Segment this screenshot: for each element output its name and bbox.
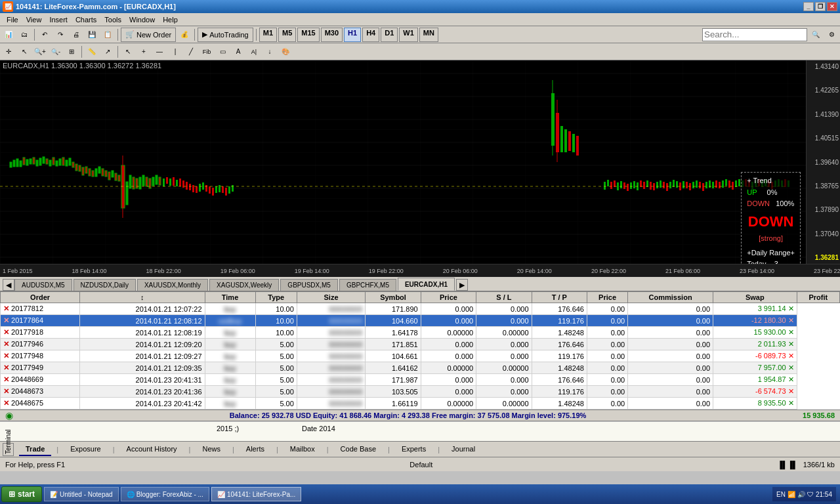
chart-tab-left-arrow[interactable]: ◀ [3,279,14,291]
chart-tab-2[interactable]: XAUUSDX,Monthly [137,279,208,291]
close-button[interactable]: ✕ [827,2,837,11]
chart-tab-6[interactable]: EURCADX,H1 [398,278,455,291]
rect-btn[interactable]: ▭ [215,45,230,59]
search-button[interactable]: 🔍 [808,28,823,42]
price-3: 1.41390 [808,111,839,118]
table-row[interactable]: ✕ 20177918 2014.01.21 12:08:19 buy 10.00… [1,327,840,339]
tf-m15[interactable]: M15 [297,28,319,42]
forward-btn[interactable]: ↷ [53,28,68,42]
tab-news[interactable]: News [196,443,227,456]
tab-code-base[interactable]: Code Base [334,443,383,456]
zoom-out-btn[interactable]: 🔍- [49,45,63,59]
prop-btn[interactable]: 📋 [100,28,115,42]
table-row[interactable]: ✕ 20177949 2014.01.21 12:09:35 buy 5.00 … [1,362,840,374]
taskbar-metatrader[interactable]: 📈 104141: LiteForex-Pa... [211,487,302,501]
table-row[interactable]: ✕ 20448673 2014.01.23 20:41:36 buy 5.00 … [1,386,840,398]
crosshair-btn[interactable]: ✛ [1,45,16,59]
tf-m1[interactable]: M1 [259,28,277,42]
text-btn[interactable]: A [231,45,245,59]
start-button[interactable]: ⊞ start [1,486,42,502]
color-btn[interactable]: 🎨 [278,45,293,59]
close-order-icon[interactable]: ✕ [3,340,9,348]
tf-h4[interactable]: H4 [362,28,379,42]
diag-btn[interactable]: ╱ [184,45,198,59]
menu-charts[interactable]: Charts [72,14,100,25]
tab-experts[interactable]: Experts [395,443,432,456]
menu-file[interactable]: File [3,14,22,25]
period-sep-btn[interactable]: ⊞ [64,45,79,59]
tf-mn[interactable]: MN [419,28,438,42]
window-controls[interactable]: _ ❐ ✕ [803,2,837,11]
chart-tab-1[interactable]: NZDUSDX,Daily [74,279,136,291]
tf-m30[interactable]: M30 [321,28,343,42]
cell-commission: 0.00 [587,374,627,386]
col-sort[interactable]: ↕ [80,292,205,303]
close-order-icon[interactable]: ✕ [3,328,9,336]
tf-d1[interactable]: D1 [381,28,398,42]
table-row[interactable]: ✕ 20448669 2014.01.23 20:41:31 buy 5.00 … [1,374,840,386]
time-label-0: 1 Feb 2015 [3,268,33,274]
table-row[interactable]: ✕ 20448675 2014.01.23 20:41:42 buy 5.00 … [1,398,840,410]
minimize-button[interactable]: _ [803,2,814,11]
menu-help[interactable]: Help [159,14,182,25]
undo-btn[interactable]: ↶ [37,28,52,42]
menu-view[interactable]: View [22,14,46,25]
tf-w1[interactable]: W1 [399,28,418,42]
cursor-btn[interactable]: ↖ [121,45,135,59]
taskbar-notepad[interactable]: 📝 Untitled - Notepad [44,487,119,501]
gold-icon[interactable]: 💰 [177,28,192,42]
tab-journal[interactable]: Journal [445,443,482,456]
menu-tools[interactable]: Tools [100,14,125,25]
save-btn[interactable]: 💾 [85,28,99,42]
tab-account-history[interactable]: Account History [120,443,184,456]
plus-btn[interactable]: + [136,45,151,59]
arrow-btn[interactable]: ↓ [262,45,277,59]
tf-m5[interactable]: M5 [278,28,296,42]
chart-tab-0[interactable]: AUDUSDX,M5 [14,279,72,291]
chart-tab-3[interactable]: XAGUSDX,Weekly [209,279,279,291]
label-btn[interactable]: A| [247,45,261,59]
pointer-btn[interactable]: ↖ [17,45,32,59]
terminal-vertical-tab[interactable]: Terminal [3,443,14,456]
close-order-icon[interactable]: ✕ [3,399,9,407]
close-order-icon[interactable]: ✕ [3,352,9,360]
zoom-in-btn[interactable]: 🔍+ [33,45,47,59]
search-input[interactable] [702,28,807,41]
taskbar-blogger[interactable]: 🌐 Blogger: ForexAbiz - ... [121,487,209,501]
fib-btn[interactable]: Fib [200,45,214,59]
close-order-icon[interactable]: ✕ [3,316,9,324]
vline-btn[interactable]: | [168,45,182,59]
tab-trade[interactable]: Trade [19,443,51,456]
taskbar: ⊞ start 📝 Untitled - Notepad 🌐 Blogger: … [0,484,840,504]
settings-button[interactable]: ⚙ [824,28,839,42]
profile-btn[interactable]: 🗂 [17,28,32,42]
cell-type: buy [205,386,255,398]
close-order-icon[interactable]: ✕ [3,364,9,371]
table-row[interactable]: ✕ 20177948 2014.01.21 12:09:27 buy 5.00 … [1,350,840,362]
close-order-icon[interactable]: ✕ [3,304,9,312]
chart-tab-5[interactable]: GBPCHFX,M5 [339,279,396,291]
new-chart-btn[interactable]: 📊 [1,28,16,42]
new-order-button[interactable]: 🛒 New Order [121,28,176,42]
table-row[interactable]: ✕ 20177812 2014.01.21 12:07:22 buy 10.00… [1,303,840,315]
close-order-icon[interactable]: ✕ [3,387,9,395]
chart-tab-right-arrow[interactable]: ▶ [456,279,468,291]
tab-alerts[interactable]: Alerts [240,443,271,456]
table-row[interactable]: ✕ 20177864 2014.01.21 12:08:12 usdbuy 10… [1,315,840,327]
print-btn[interactable]: 🖨 [69,28,83,42]
autotrading-button[interactable]: ▶ AutoTrading [198,28,253,42]
chart-tab-4[interactable]: GBPUSDX,M5 [280,279,338,291]
tf-h1[interactable]: H1 [344,28,361,42]
ray-btn[interactable]: ↗ [100,45,115,59]
close-order-icon[interactable]: ✕ [3,375,9,383]
cell-type: buy [205,374,255,386]
tab-mailbox[interactable]: Mailbox [284,443,322,456]
hline-btn[interactable]: — [152,45,167,59]
tab-exposure[interactable]: Exposure [64,443,107,456]
menu-insert[interactable]: Insert [45,14,72,25]
line-btn[interactable]: 📏 [85,45,99,59]
table-row[interactable]: ✕ 20177946 2014.01.21 12:09:20 buy 5.00 … [1,339,840,350]
cell-sl: 0.000 [421,386,476,398]
restore-button[interactable]: ❐ [815,2,826,11]
menu-window[interactable]: Window [125,14,159,25]
